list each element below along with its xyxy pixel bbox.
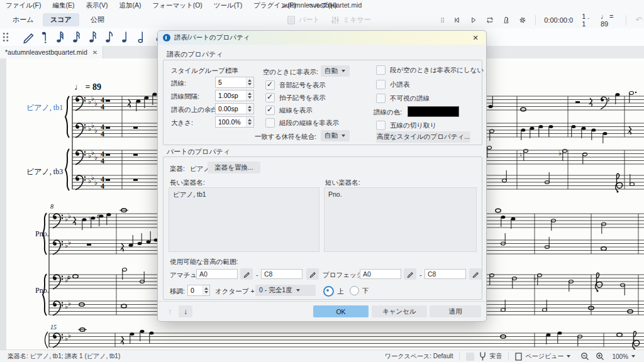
transpose-down-label: 下 — [362, 287, 369, 295]
mixer-icon — [330, 15, 340, 25]
concert-pitch-toggle[interactable]: 実音 — [479, 352, 502, 361]
zoom-level-selector[interactable]: 100% — [612, 353, 635, 360]
transpose-up-label: 上 — [337, 287, 344, 296]
play-icon[interactable] — [470, 15, 477, 25]
never-hide-label: 段が空のときは非表示にしない — [390, 66, 484, 75]
never-hide-checkbox[interactable]: 段が空のときは非表示にしない — [376, 65, 484, 75]
workspace-label: ワークスペース: Default — [385, 352, 453, 361]
zoom-in-button[interactable] — [596, 352, 604, 361]
advanced-style-properties-button[interactable]: 高度なスタイルのプロパティ... — [376, 131, 470, 143]
amateur-max-edit-pencil-icon[interactable] — [306, 268, 319, 280]
ok-button[interactable]: OK — [313, 305, 369, 317]
professional-min-input[interactable] — [360, 269, 401, 279]
zoom-out-button[interactable] — [580, 352, 589, 361]
cancel-button[interactable]: キャンセル — [372, 305, 427, 317]
dialog-close-icon[interactable]: ✕ — [471, 33, 480, 42]
metronome-icon[interactable] — [502, 15, 510, 25]
menu-view[interactable]: 表示(V) — [80, 1, 113, 10]
hide-when-empty-dropdown[interactable]: 自動 — [321, 65, 350, 77]
professional-max-edit-pencil-icon[interactable] — [469, 268, 482, 280]
note-64th-icon[interactable] — [53, 30, 69, 44]
drag-handle-icon[interactable] — [440, 15, 445, 25]
note-quarter-icon[interactable] — [118, 30, 135, 44]
playback-settings-gear-icon[interactable] — [519, 15, 526, 25]
dialog-title-bar[interactable]: 譜表/パートのプロパティ ✕ — [158, 31, 486, 45]
transpose-spinner[interactable] — [187, 285, 210, 296]
title-bar: ファイル(F) 編集(E) 表示(V) 追加(A) フォーマット(O) ツール(… — [0, 0, 644, 11]
tempo-marking[interactable]: ♩ = 89 — [74, 82, 101, 92]
tab-home[interactable]: ホーム — [5, 13, 42, 26]
hide-system-barline-checkbox[interactable]: 組段の縦線を非表示 — [265, 118, 339, 128]
staff-label-pno-1[interactable]: Pno. — [35, 229, 49, 239]
tuning-fork-icon — [479, 352, 486, 361]
staff-label-piano-tb3[interactable]: ピアノ, tb3 — [26, 167, 63, 177]
note-half-icon[interactable] — [135, 30, 151, 44]
small-staff-checkbox[interactable]: 小譜表 — [376, 80, 410, 89]
amateur-min-input[interactable] — [196, 269, 238, 279]
staff-properties-group: スタイルグループ: 標準 譜線: 譜線間隔: 譜表の上の余白: 大きさ: 空のと… — [163, 60, 482, 145]
note-8th-icon[interactable] — [102, 30, 118, 44]
range-dash: - — [256, 271, 258, 278]
menu-tools[interactable]: ツール(T) — [208, 1, 248, 10]
invisible-lines-checkbox[interactable]: 不可視の譜線 — [376, 94, 430, 103]
move-staff-down-button[interactable]: ↓ — [179, 305, 192, 317]
amateur-min-edit-pencil-icon[interactable] — [240, 268, 253, 280]
line-distance-spinner[interactable] — [215, 90, 254, 101]
loop-icon[interactable] — [486, 15, 494, 25]
professional-min-edit-pencil-icon[interactable] — [404, 268, 416, 280]
apply-button[interactable]: 適用 — [430, 305, 481, 317]
staff-lines-spinner[interactable] — [215, 77, 254, 88]
hide-system-barline-label: 組段の縦線を非表示 — [279, 119, 339, 128]
show-clef-checkbox[interactable]: 音部記号を表示 — [265, 80, 326, 90]
drag-handle-icon[interactable] — [0, 30, 11, 44]
svg-text:♮: ♮ — [519, 151, 522, 159]
transpose-up-radio[interactable]: 上 — [323, 286, 344, 297]
midi-keyboard-icon[interactable] — [466, 353, 474, 361]
menu-format[interactable]: フォーマット(O) — [147, 1, 208, 10]
menu-file[interactable]: ファイル(F) — [0, 1, 47, 10]
short-name-input[interactable]: Pno. — [324, 187, 477, 252]
show-barlines-checkbox[interactable]: 縦線を表示 — [265, 106, 313, 115]
menu-help[interactable]: ヘルプ(H) — [302, 1, 343, 10]
tab-publish[interactable]: 公開 — [83, 13, 112, 26]
tab-score[interactable]: スコア — [43, 13, 79, 26]
merge-rests-label: 一致する休符を統合: — [255, 133, 316, 141]
zoom-out-icon — [580, 352, 589, 361]
checkbox-checked-icon — [265, 93, 275, 102]
menu-edit[interactable]: 編集(E) — [47, 1, 80, 10]
cutaway-label: 五線の切り取り — [390, 121, 436, 130]
show-time-signature-label: 拍子記号を表示 — [279, 94, 326, 102]
view-mode-selector[interactable]: ページビュー — [515, 352, 570, 361]
move-staff-up-button[interactable]: ↑ — [163, 305, 177, 317]
close-tab-icon[interactable]: ✕ — [92, 49, 97, 56]
rewind-icon[interactable] — [453, 15, 461, 25]
show-time-signature-checkbox[interactable]: 拍子記号を表示 — [265, 93, 326, 102]
note-16th-icon[interactable] — [86, 30, 102, 44]
line-color-swatch[interactable] — [408, 106, 459, 117]
transpose-down-radio[interactable]: 下 — [350, 286, 369, 295]
amateur-max-input[interactable] — [261, 269, 303, 279]
note-32nd-icon[interactable] — [69, 30, 86, 44]
long-name-input[interactable]: ピアノ, tb1 — [169, 187, 319, 252]
document-tab[interactable]: *autumnleavestbquartet.mid ✕ — [0, 46, 103, 58]
note-input-pencil-icon[interactable] — [20, 30, 36, 44]
extra-distance-spinner[interactable] — [215, 103, 254, 114]
menu-add[interactable]: 追加(A) — [113, 1, 147, 10]
radio-selected-icon — [323, 286, 334, 297]
playback-toolbar: 0:00:00:0 1 . 1 ♩ = 89 ↶ ↷ — [440, 11, 644, 28]
cutaway-checkbox[interactable]: 五線の切り取り — [376, 121, 436, 130]
staff-label-pno-2[interactable]: Pno. — [35, 286, 49, 295]
replace-instrument-button[interactable]: 楽器を置換... — [208, 162, 260, 173]
merge-rests-dropdown[interactable]: 自動 — [321, 130, 350, 141]
checkbox-checked-icon — [265, 80, 275, 90]
scale-spinner[interactable] — [215, 116, 254, 128]
professional-max-input[interactable] — [425, 269, 466, 279]
interval-dropdown[interactable]: 0 - 完全1度 — [255, 285, 316, 296]
staff-label-piano-tb1[interactable]: ピアノ, tb1 — [26, 102, 63, 113]
workspace-selector[interactable]: ワークスペース: Default — [385, 352, 453, 361]
svg-text:♯: ♯ — [67, 274, 70, 282]
menu-plugins[interactable]: プラグイン(P) — [248, 1, 302, 10]
note-marker-icon[interactable] — [36, 30, 53, 44]
statusbar-separator — [459, 353, 460, 360]
checkbox-unchecked-icon — [376, 121, 386, 130]
